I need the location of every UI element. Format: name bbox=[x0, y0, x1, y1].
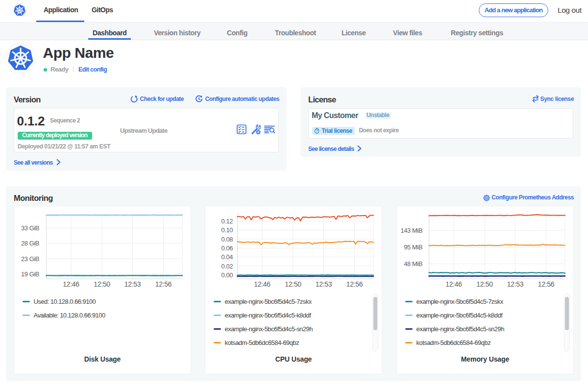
svg-text:33 GiB: 33 GiB bbox=[21, 224, 39, 232]
svg-text:0.06: 0.06 bbox=[221, 244, 233, 252]
svg-text:143 MiB: 143 MiB bbox=[400, 227, 422, 234]
svg-text:12:46: 12:46 bbox=[445, 280, 462, 288]
svg-text:0.02: 0.02 bbox=[221, 263, 233, 270]
svg-text:12:50: 12:50 bbox=[94, 280, 110, 288]
svg-text:0.00: 0.00 bbox=[221, 271, 233, 279]
svg-text:12:56: 12:56 bbox=[538, 280, 555, 288]
svg-text:12:46: 12:46 bbox=[63, 280, 79, 288]
svg-text:12:56: 12:56 bbox=[155, 280, 172, 288]
svg-text:0.04: 0.04 bbox=[221, 253, 233, 261]
svg-text:95 MiB: 95 MiB bbox=[404, 244, 422, 251]
svg-text:12:46: 12:46 bbox=[254, 280, 270, 288]
svg-text:12:53: 12:53 bbox=[316, 280, 332, 288]
svg-text:0.10: 0.10 bbox=[221, 226, 233, 234]
svg-text:19 GiB: 19 GiB bbox=[21, 270, 39, 278]
svg-text:12:50: 12:50 bbox=[285, 280, 301, 288]
svg-text:0.12: 0.12 bbox=[221, 218, 233, 225]
svg-text:48 MiB: 48 MiB bbox=[404, 260, 422, 268]
svg-text:12:56: 12:56 bbox=[346, 280, 363, 288]
svg-text:12:53: 12:53 bbox=[507, 280, 524, 288]
svg-text:12:53: 12:53 bbox=[124, 280, 141, 288]
svg-text:0.08: 0.08 bbox=[221, 236, 233, 243]
svg-text:23 GiB: 23 GiB bbox=[21, 255, 39, 263]
svg-text:28 GiB: 28 GiB bbox=[21, 240, 39, 247]
svg-text:12:50: 12:50 bbox=[476, 280, 493, 288]
